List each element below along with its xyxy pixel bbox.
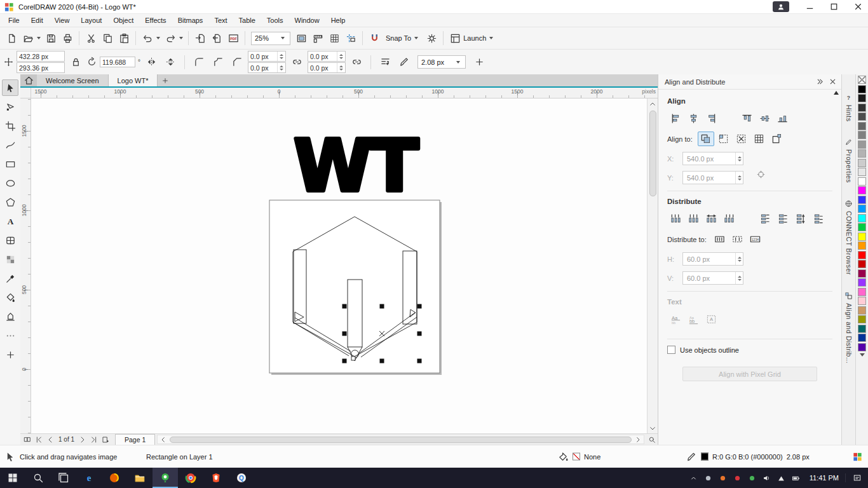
color-swatch[interactable] [858, 297, 866, 305]
color-swatch[interactable] [858, 306, 866, 315]
battery-button[interactable] [789, 468, 803, 488]
account-icon[interactable] [773, 1, 789, 12]
color-swatch[interactable] [858, 278, 866, 287]
minimize-button[interactable] [799, 0, 820, 14]
tray-app-3-button[interactable] [730, 468, 745, 488]
align-to-page-center-button[interactable] [733, 132, 750, 146]
export-button[interactable] [208, 30, 225, 46]
docker-tab-connect-browser[interactable]: CONNECT Browser [844, 200, 853, 275]
distribute-bottom-button[interactable] [810, 212, 826, 226]
launch-menu[interactable]: Launch [447, 30, 498, 46]
logo-wt-text[interactable]: WT [294, 125, 419, 207]
color-swatch[interactable] [858, 223, 866, 231]
new-document-tab-button[interactable] [158, 74, 173, 86]
interactive-fill-tool[interactable] [2, 308, 18, 325]
outline-width-combobox[interactable]: 2.08 px [417, 55, 466, 69]
color-swatch[interactable] [858, 168, 866, 176]
add-page-button[interactable] [100, 434, 111, 445]
use-objects-outline-row[interactable]: Use objects outline [667, 346, 832, 354]
horizontal-scroll-thumb[interactable] [170, 437, 632, 443]
menu-file[interactable]: File [3, 15, 25, 26]
crop-tool[interactable] [2, 118, 18, 134]
v-field[interactable]: 60.0 px [682, 271, 743, 285]
x-field[interactable]: 540.0 px [682, 152, 743, 165]
add-property-button[interactable] [471, 54, 487, 71]
menu-layout[interactable]: Layout [75, 15, 107, 26]
scroll-up-button[interactable] [647, 98, 658, 109]
vertical-scroll-thumb[interactable] [649, 111, 656, 196]
menu-tools[interactable]: Tools [261, 15, 289, 26]
horizontal-scrollbar[interactable] [157, 435, 644, 444]
spinner[interactable] [735, 253, 742, 265]
page-tab[interactable]: Page 1 [115, 434, 155, 445]
align-left-button[interactable] [667, 111, 684, 126]
relative-corner-scaling-button[interactable] [348, 54, 365, 71]
mesh-fill-tool[interactable] [2, 251, 18, 268]
firefox-taskbar-button[interactable] [102, 468, 127, 488]
specify-point-button[interactable] [752, 167, 769, 182]
eyedropper-tool[interactable] [2, 270, 18, 287]
undo-button[interactable] [139, 30, 156, 46]
color-swatch[interactable] [858, 205, 866, 213]
mirror-vertical-button[interactable] [162, 54, 179, 71]
vertical-scrollbar[interactable] [647, 98, 658, 433]
page-sorter-button[interactable] [22, 434, 33, 445]
snap-to-menu[interactable]: Snap To [383, 30, 423, 46]
spinner[interactable] [337, 51, 343, 61]
edge-taskbar-button[interactable]: e [76, 468, 102, 488]
menu-text[interactable]: Text [208, 15, 233, 26]
text-baseline-last-button[interactable]: Aabb [685, 312, 702, 327]
align-to-page-edge-button[interactable] [715, 132, 732, 146]
chrome-taskbar-button[interactable] [178, 468, 203, 488]
start-taskbar-button[interactable] [0, 468, 25, 488]
distribute-center-horizontal-button[interactable] [685, 212, 702, 226]
fixed-distance-button[interactable]: 1234 [747, 232, 764, 247]
taskbar-clock[interactable]: 11:41 PM [803, 474, 845, 482]
extent-of-page-button[interactable] [729, 232, 746, 247]
graph-paper-tool[interactable] [2, 232, 18, 248]
scroll-right-button[interactable] [632, 434, 644, 445]
spinner[interactable] [277, 51, 283, 61]
shape-tool[interactable] [2, 98, 18, 115]
docker-scroll-up[interactable] [834, 91, 839, 95]
color-swatch[interactable] [858, 315, 866, 323]
text-tool[interactable]: A [2, 213, 18, 229]
document-tab-welcome-screen[interactable]: Welcome Screen [37, 74, 109, 86]
spinner[interactable] [735, 152, 742, 165]
smart-fill-tool[interactable] [2, 289, 18, 306]
new-document-button[interactable] [3, 30, 20, 46]
no-color-swatch[interactable] [858, 76, 866, 84]
docker-tab-hints[interactable]: ?Hints [844, 93, 853, 121]
menu-effects[interactable]: Effects [139, 15, 172, 26]
corner-radius-tl-field[interactable]: 0.0 px [248, 51, 286, 62]
corner-radius-bl-field[interactable]: 0.0 px [248, 62, 286, 73]
undo-dropdown[interactable] [156, 37, 160, 39]
rectangle-tool[interactable] [2, 156, 18, 172]
previous-page-button[interactable] [44, 434, 56, 445]
publish-pdf-button[interactable]: PDF [225, 30, 241, 46]
chamfered-corner-button[interactable] [229, 54, 245, 71]
paste-button[interactable] [116, 30, 132, 46]
canvas[interactable]: WT [31, 98, 647, 433]
welcome-screen-home-button[interactable] [20, 74, 37, 86]
round-corner-button[interactable] [191, 54, 207, 71]
volume-button[interactable] [759, 468, 774, 488]
outline-color-swatch[interactable] [701, 453, 709, 461]
use-objects-outline-checkbox[interactable] [667, 346, 675, 354]
color-swatch[interactable] [858, 177, 866, 186]
color-swatch[interactable] [858, 196, 866, 204]
align-bottom-button[interactable] [774, 111, 790, 126]
node-handle[interactable] [351, 356, 355, 360]
launch-dropdown[interactable] [489, 37, 493, 39]
save-button[interactable] [43, 30, 59, 46]
last-page-button[interactable] [88, 434, 100, 445]
color-swatch[interactable] [858, 186, 866, 194]
align-right-button[interactable] [703, 111, 719, 126]
color-swatch[interactable] [858, 122, 866, 130]
tray-app-4-button[interactable] [745, 468, 759, 488]
distribute-spacing-vertical-button[interactable] [792, 212, 808, 226]
corner-radius-br-field[interactable]: 0.0 px [308, 62, 346, 73]
brave-taskbar-button[interactable] [203, 468, 229, 488]
rotation-field[interactable]: 119.688 [100, 57, 135, 67]
tray-app-1-button[interactable] [701, 468, 715, 488]
